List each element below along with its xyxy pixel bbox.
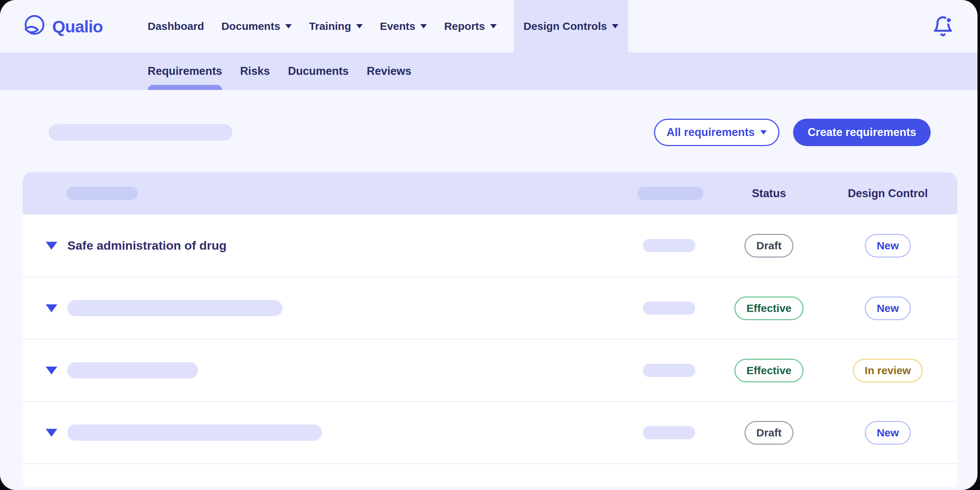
table-row: Effective New [23, 277, 957, 339]
nav-label: Reports [444, 20, 485, 32]
top-navigation-bar: Qualio Dashboard Documents Training Even… [0, 0, 977, 52]
requirement-title-skeleton [67, 362, 198, 379]
expand-row-icon[interactable] [46, 304, 57, 312]
table-header-row: Status Design Control [23, 172, 957, 214]
cell-skeleton [643, 364, 695, 377]
subnav-item-reviews[interactable]: Reviews [367, 52, 411, 90]
expand-row-icon[interactable] [46, 242, 57, 250]
chevron-down-icon [612, 24, 619, 29]
filter-label: All requirements [667, 126, 755, 139]
cell-skeleton [643, 426, 695, 439]
nav-label: Documents [221, 20, 280, 32]
nav-label: Dashboard [148, 20, 204, 32]
filter-requirements-dropdown[interactable]: All requirements [654, 119, 780, 146]
chevron-down-icon [760, 130, 767, 135]
create-label: Create requirements [808, 126, 916, 139]
design-control-badge: In review [853, 359, 923, 382]
requirement-title-skeleton [67, 300, 282, 316]
chevron-down-icon [356, 24, 363, 29]
table-row: Safe administration of drug Draft New [23, 214, 957, 277]
expand-row-icon[interactable] [46, 366, 57, 374]
design-controls-subnav: Requirements Risks Ducuments Reviews [0, 52, 977, 90]
requirement-title[interactable]: Safe administration of drug [67, 238, 226, 252]
column-header-design-control: Design Control [848, 187, 928, 200]
design-control-badge: New [865, 234, 911, 258]
qualio-app: Qualio Dashboard Documents Training Even… [0, 0, 977, 490]
status-badge: Effective [734, 359, 803, 382]
nav-item-training[interactable]: Training [309, 0, 363, 52]
qualio-logo-icon [23, 14, 46, 38]
nav-item-documents[interactable]: Documents [221, 0, 292, 52]
column-header-status: Status [752, 187, 786, 200]
design-control-badge: New [865, 297, 911, 320]
subnav-item-requirements[interactable]: Requirements [148, 52, 222, 90]
design-control-badge: New [865, 421, 911, 445]
nav-item-reports[interactable]: Reports [444, 0, 496, 52]
table-row: Effective In review [23, 339, 957, 401]
status-badge: Draft [745, 421, 794, 445]
nav-item-dashboard[interactable]: Dashboard [148, 0, 204, 52]
subnav-label: Ducuments [288, 65, 348, 78]
subnav-item-ducuments[interactable]: Ducuments [288, 52, 348, 90]
main-nav: Dashboard Documents Training Events Repo… [148, 0, 628, 52]
requirement-title-skeleton [67, 425, 322, 441]
column-header-skeleton [638, 187, 703, 200]
subnav-item-risks[interactable]: Risks [240, 52, 270, 90]
subnav-label: Risks [240, 65, 270, 78]
nav-label: Design Controls [524, 20, 607, 32]
requirements-table: Status Design Control Safe administratio… [23, 172, 957, 487]
status-badge: Draft [745, 234, 794, 258]
column-header-skeleton [67, 187, 138, 200]
chevron-down-icon [420, 24, 427, 29]
requirements-page: All requirements Create requirements Sta… [0, 90, 977, 490]
page-title-skeleton [49, 124, 232, 141]
status-badge: Effective [734, 297, 803, 320]
chevron-down-icon [490, 24, 497, 29]
expand-row-icon[interactable] [46, 429, 57, 437]
nav-label: Training [309, 20, 351, 32]
cell-skeleton [643, 239, 695, 252]
brand-name: Qualio [52, 17, 103, 36]
chevron-down-icon [285, 24, 292, 29]
table-row: Draft New [23, 401, 957, 463]
qualio-logo[interactable]: Qualio [23, 0, 103, 52]
nav-item-design-controls[interactable]: Design Controls [514, 0, 628, 52]
subnav-label: Requirements [148, 65, 222, 78]
table-row-partial [23, 463, 957, 486]
toolbar: All requirements Create requirements [0, 90, 977, 146]
cell-skeleton [643, 301, 695, 315]
nav-item-events[interactable]: Events [380, 0, 427, 52]
notification-bell-icon[interactable] [932, 16, 954, 37]
nav-label: Events [380, 20, 415, 32]
create-requirements-button[interactable]: Create requirements [793, 119, 931, 146]
subnav-label: Reviews [367, 65, 411, 78]
